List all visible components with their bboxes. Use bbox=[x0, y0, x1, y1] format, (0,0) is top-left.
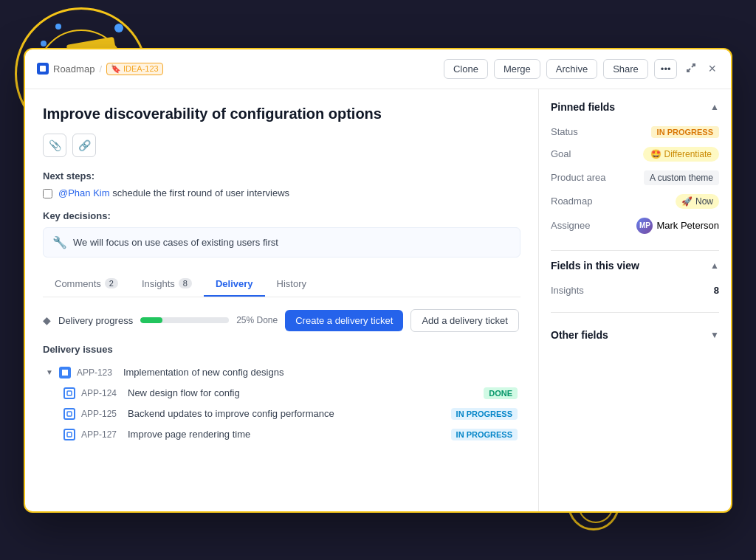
issue-icon-124 bbox=[63, 387, 75, 399]
svg-line-2 bbox=[692, 64, 695, 67]
field-product-area-value: A custom theme bbox=[644, 170, 719, 185]
svg-rect-5 bbox=[67, 391, 72, 395]
insights-row: Insights 8 bbox=[551, 280, 719, 300]
svg-rect-1 bbox=[40, 66, 46, 72]
decision-item: 🔧 We will focus on use cases of existing… bbox=[43, 227, 520, 257]
clone-button[interactable]: Clone bbox=[444, 59, 488, 79]
next-steps-text: @Phan Kim schedule the first round of us… bbox=[58, 187, 289, 198]
insights-value: 8 bbox=[714, 285, 719, 296]
delivery-progress-row: ◆ Delivery progress 25% Done Create a de… bbox=[43, 309, 520, 332]
tab-insights[interactable]: Insights 8 bbox=[130, 272, 204, 297]
expand-button[interactable] bbox=[683, 60, 699, 78]
issue-group: ▼ APP-123 Implementation of new config d… bbox=[43, 362, 520, 445]
breadcrumb: Roadmap / 🔖 IDEA-123 bbox=[37, 63, 163, 75]
delivery-diamond-icon: ◆ bbox=[43, 314, 51, 326]
header-actions: Clone Merge Archive Share ••• × bbox=[444, 58, 719, 80]
breadcrumb-roadmap: Roadmap bbox=[53, 63, 94, 75]
idea-badge[interactable]: 🔖 IDEA-123 bbox=[106, 63, 163, 75]
modal-header: Roadmap / 🔖 IDEA-123 Clone Merge Archive… bbox=[25, 49, 731, 89]
tab-comments-badge: 2 bbox=[105, 278, 118, 288]
right-panel: Pinned fields ▲ Status IN PROGRESS Goal … bbox=[539, 89, 731, 511]
roadmap-emoji: 🚀 bbox=[681, 196, 693, 207]
field-status-label: Status bbox=[551, 126, 578, 137]
issue-key-124: APP-124 bbox=[81, 388, 122, 398]
issue-row-124: APP-124 New design flow for config DONE bbox=[61, 383, 520, 404]
next-steps-checkbox[interactable] bbox=[43, 189, 52, 198]
status-inprogress-125: IN PROGRESS bbox=[451, 408, 518, 420]
link-icon: 🔗 bbox=[78, 139, 91, 151]
other-fields-collapse-button[interactable]: ▼ bbox=[710, 330, 719, 340]
next-steps-section: Next steps: @Phan Kim schedule the first… bbox=[43, 170, 520, 198]
assignee-avatar: MP bbox=[636, 218, 653, 234]
goal-badge: 🤩 Differentiate bbox=[643, 147, 719, 162]
pinned-fields-title: Pinned fields bbox=[551, 101, 615, 113]
status-badge: IN PROGRESS bbox=[651, 126, 719, 138]
field-product-area-label: Product area bbox=[551, 172, 605, 183]
goal-text: Differentiate bbox=[664, 149, 712, 159]
insights-label: Insights bbox=[551, 285, 584, 296]
tab-comments[interactable]: Comments 2 bbox=[43, 272, 130, 297]
field-roadmap-value: 🚀 Now bbox=[676, 194, 719, 209]
fields-in-view-title: Fields in this view bbox=[551, 260, 639, 272]
issue-row-127: APP-127 Improve page rendering time IN P… bbox=[61, 424, 520, 445]
field-goal: Goal 🤩 Differentiate bbox=[551, 142, 719, 166]
field-assignee-label: Assignee bbox=[551, 220, 590, 231]
roadmap-icon bbox=[37, 63, 49, 75]
tab-history[interactable]: History bbox=[265, 272, 318, 297]
tab-insights-badge: 8 bbox=[179, 278, 192, 288]
more-button[interactable]: ••• bbox=[654, 59, 678, 79]
attach-icon: 📎 bbox=[49, 139, 61, 151]
link-button[interactable]: 🔗 bbox=[72, 134, 96, 157]
chevron-icon[interactable]: ▼ bbox=[46, 368, 53, 376]
delivery-issues-label: Delivery issues bbox=[43, 344, 520, 355]
page-title: Improve discoverability of configuration… bbox=[43, 104, 520, 123]
other-fields-title: Other fields bbox=[551, 329, 608, 341]
svg-rect-6 bbox=[67, 412, 72, 416]
toolbar: 📎 🔗 bbox=[43, 134, 520, 157]
main-modal: Roadmap / 🔖 IDEA-123 Clone Merge Archive… bbox=[24, 48, 732, 513]
field-roadmap: Roadmap 🚀 Now bbox=[551, 190, 719, 213]
issue-icon-127 bbox=[63, 429, 75, 440]
parent-issue-title: Implementation of new config designs bbox=[123, 367, 518, 378]
pinned-fields-header: Pinned fields ▲ bbox=[551, 101, 719, 113]
fields-in-view-section: Fields in this view ▲ Insights 8 bbox=[551, 260, 719, 300]
issue-title-127: Improve page rendering time bbox=[128, 429, 445, 440]
merge-button[interactable]: Merge bbox=[494, 59, 540, 79]
idea-badge-icon: 🔖 bbox=[111, 64, 121, 74]
attach-button[interactable]: 📎 bbox=[43, 134, 66, 157]
issue-children: APP-124 New design flow for config DONE … bbox=[43, 383, 520, 445]
next-steps-body: schedule the first round of user intervi… bbox=[110, 187, 290, 198]
status-inprogress-127: IN PROGRESS bbox=[451, 429, 518, 440]
product-area-badge: A custom theme bbox=[644, 170, 719, 185]
decorative-dot-top3 bbox=[55, 24, 61, 30]
field-status: Status IN PROGRESS bbox=[551, 122, 719, 142]
svg-rect-4 bbox=[62, 370, 68, 376]
progress-bar-container bbox=[140, 317, 229, 323]
roadmap-badge: 🚀 Now bbox=[676, 194, 719, 209]
svg-rect-7 bbox=[67, 432, 72, 437]
add-ticket-button[interactable]: Add a delivery ticket bbox=[410, 309, 518, 332]
issue-key-125: APP-125 bbox=[81, 409, 122, 419]
tab-delivery[interactable]: Delivery bbox=[204, 272, 265, 297]
field-assignee: Assignee MP Mark Peterson bbox=[551, 213, 719, 238]
field-product-area: Product area A custom theme bbox=[551, 166, 719, 190]
pinned-fields-collapse-button[interactable]: ▲ bbox=[710, 102, 719, 112]
other-fields-section[interactable]: Other fields ▼ bbox=[551, 322, 719, 348]
share-button[interactable]: Share bbox=[603, 59, 648, 79]
fields-in-view-collapse-button[interactable]: ▲ bbox=[710, 260, 719, 271]
tab-delivery-label: Delivery bbox=[216, 278, 253, 289]
archive-button[interactable]: Archive bbox=[546, 59, 597, 79]
tab-history-label: History bbox=[277, 278, 306, 289]
parent-issue-key: APP-123 bbox=[77, 367, 117, 378]
field-goal-label: Goal bbox=[551, 148, 571, 159]
key-decisions-section: Key decisions: 🔧 We will focus on use ca… bbox=[43, 210, 520, 257]
roadmap-text: Now bbox=[695, 196, 713, 207]
decision-icon: 🔧 bbox=[52, 235, 67, 249]
delivery-progress-label: Delivery progress bbox=[58, 315, 133, 326]
progress-text: 25% Done bbox=[236, 315, 278, 325]
close-button[interactable]: × bbox=[705, 58, 719, 80]
modal-body: Improve discoverability of configuration… bbox=[25, 89, 731, 511]
goal-emoji: 🤩 bbox=[650, 149, 662, 159]
create-ticket-button[interactable]: Create a delivery ticket bbox=[285, 310, 403, 331]
decision-text: We will focus on use cases of existing u… bbox=[73, 237, 278, 248]
